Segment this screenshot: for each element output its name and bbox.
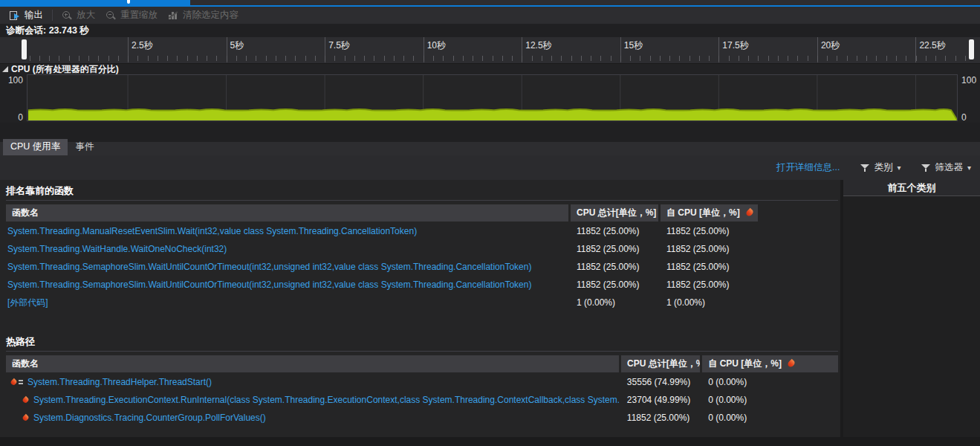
cpu-total-value: 35556 (74.99%) [621,377,700,387]
toolbar-button[interactable]: 放大 [56,7,100,23]
toolbar-button[interactable]: 清除选定内容 [163,7,244,23]
function-row[interactable]: System.Threading.SemaphoreSlim.WaitUntil… [6,258,838,276]
timeline-minor-tick [246,56,247,61]
cpu-self-value: 11852 (25.00%) [661,244,758,254]
output-icon [10,10,21,20]
function-link[interactable]: System.Threading.ManualResetEventSlim.Wa… [7,226,417,236]
category-dropdown[interactable]: 类别 ▾ [860,161,901,174]
function-row[interactable]: [外部代码] 1 (0.00%) 1 (0.00%) [6,294,838,311]
hot-path-row[interactable]: System.Threading.ExecutionContext.RunInt… [6,391,838,409]
function-link[interactable]: System.Threading.SemaphoreSlim.WaitUntil… [7,279,531,290]
timeline-tick-label: 5秒 [230,39,244,52]
column-header-cpu-total[interactable]: CPU 总计[单位，%] [621,355,700,372]
column-header-function-name[interactable]: 函数名 [6,204,568,222]
column-header-cpu-self[interactable]: 自 CPU [单位，%] [661,204,758,222]
column-header-function-name[interactable]: 函数名 [6,355,619,372]
timeline-minor-tick [906,56,906,61]
timeline-tick-label: 7.5秒 [328,39,350,52]
active-document-tab[interactable] [0,0,190,7]
cpu-chart-region: 100 0 100 0 [0,74,980,123]
timeline-minor-tick [532,56,533,61]
view-tab[interactable]: CPU 使用率 [3,139,68,155]
timeline-minor-tick [788,56,788,61]
cpu-usage-chart[interactable] [27,74,958,121]
cpu-total-value: 11852 (25.00%) [571,279,658,290]
timeline-minor-tick [88,56,89,61]
view-tab[interactable]: 事件 [68,139,101,155]
funnel-icon [921,164,930,172]
cpu-usage-report-panel: 排名靠前的函数 函数名 CPU 总计[单位，%] 自 CPU [单位，%] Sy… [0,180,840,437]
timeline-right-handle[interactable] [969,39,974,59]
timeline-minor-tick [295,56,296,61]
timeline-minor-tick [620,56,621,61]
function-link[interactable]: System.Diagnostics.Tracing.CounterGroup.… [33,413,266,423]
timeline-minor-tick [689,56,690,61]
timeline-minor-tick [236,56,237,61]
timeline-minor-tick [739,56,739,61]
flame-icon [10,378,17,387]
hot-path-header: 函数名 CPU 总计[单位，%] 自 CPU [单位，%] [6,355,838,372]
y-axis-left: 100 0 [0,74,27,123]
timeline-minor-tick [443,56,444,61]
timeline-minor-tick [935,56,936,61]
function-row[interactable]: System.Threading.SemaphoreSlim.WaitUntil… [6,276,838,294]
timeline-minor-tick [591,56,591,61]
timeline-minor-tick [424,56,424,61]
chevron-down-icon: ▾ [967,164,971,172]
function-row[interactable]: System.Threading.WaitHandle.WaitOneNoChe… [6,240,838,258]
function-link[interactable]: [外部代码] [7,297,48,308]
timeline-minor-tick [207,56,207,61]
timeline-minor-tick [266,56,267,61]
toolbar-button[interactable]: 输出 [4,7,48,23]
cpu-self-value: 0 (0.00%) [702,377,838,387]
filter-bar: 打开详细信息... 类别 ▾ 筛选器 ▾ [0,155,980,180]
timeline-minor-tick [660,56,661,61]
function-link[interactable]: System.Threading.ThreadHelper.ThreadStar… [27,377,212,387]
timeline-tick-label: 15秒 [624,39,643,52]
timeline-minor-tick [227,56,227,61]
cpu-chart-title: CPU (所有处理器的百分比) [11,63,119,76]
cpu-total-value: 23704 (49.99%) [621,395,700,405]
timeline-minor-tick [276,56,276,61]
function-link[interactable]: System.Threading.ExecutionContext.RunInt… [33,395,619,405]
timeline-minor-tick [866,56,867,61]
top-categories-panel: 前五个类别 [843,180,980,437]
timeline-minor-tick [334,56,335,61]
cpu-self-value: 1 (0.00%) [661,297,758,308]
top-functions-table: System.Threading.ManualResetEventSlim.Wa… [6,222,838,311]
hot-path-row[interactable]: System.Diagnostics.Tracing.CounterGroup.… [6,409,838,427]
hot-path-row[interactable]: System.Threading.ThreadHelper.ThreadStar… [6,373,838,391]
timeline-minor-tick [729,56,730,61]
timeline-ruler[interactable]: 2.5秒5秒7.5秒10秒12.5秒15秒17.5秒20秒22.5秒 [0,37,980,64]
column-header-cpu-total[interactable]: CPU 总计[单位，%] [571,204,658,222]
timeline-minor-tick [403,56,404,61]
function-row[interactable]: System.Threading.ManualResetEventSlim.Wa… [6,222,838,240]
top-functions-title: 排名靠前的函数 [6,183,838,201]
toolbar-button[interactable]: 重置缩放 [100,7,163,23]
timeline-minor-tick [778,56,779,61]
function-link[interactable]: System.Threading.WaitHandle.WaitOneNoChe… [7,244,227,254]
timeline-minor-tick [571,56,572,61]
timeline-minor-tick [137,56,138,61]
collapse-triangle-icon[interactable] [2,66,8,72]
timeline-minor-tick [482,56,483,61]
timeline-minor-tick [896,56,897,61]
column-header-cpu-self[interactable]: 自 CPU [单位，%] [702,355,838,372]
cpu-self-value: 11852 (25.00%) [661,262,758,272]
timeline-tick-label: 2.5秒 [132,39,153,52]
timeline-tick-label: 22.5秒 [919,39,945,52]
timeline-minor-tick [345,56,345,61]
timeline-minor-tick [216,56,217,61]
tabstrip-underline [190,5,980,7]
timeline-minor-tick [256,56,256,61]
open-details-link[interactable]: 打开详细信息... [776,161,840,174]
function-link[interactable]: System.Threading.SemaphoreSlim.WaitUntil… [7,262,531,272]
y-axis-max-label: 100 [961,75,980,85]
cpu-total-value: 11852 (25.00%) [571,262,658,272]
timeline-left-handle[interactable] [22,39,27,59]
flame-icon [22,396,29,404]
timeline-minor-tick [718,56,719,61]
timeline-minor-tick [847,56,848,61]
cpu-self-value: 11852 (25.00%) [661,226,758,236]
filter-dropdown[interactable]: 筛选器 ▾ [921,161,971,174]
